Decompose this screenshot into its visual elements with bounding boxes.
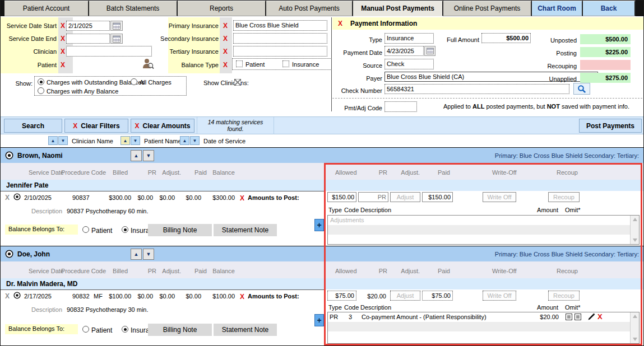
tab-online-post-payments[interactable]: Online Post Payments (443, 1, 532, 16)
check-number-input[interactable] (384, 84, 569, 94)
pmt-adj-code-dropdown[interactable] (384, 101, 417, 112)
belongs-insurance-radio[interactable] (122, 226, 128, 233)
scrollbar[interactable] (630, 312, 639, 343)
scrollbar[interactable] (630, 216, 639, 244)
recoup-button[interactable]: Recoup (548, 192, 580, 202)
post-payments-button[interactable]: Post Payments (579, 119, 642, 133)
show-all-charges-radio[interactable] (131, 78, 137, 85)
primary-insurance-dropdown[interactable]: Blue Cross Blue Shield (233, 20, 327, 31)
search-button[interactable]: Search (4, 119, 62, 133)
pr-input[interactable] (358, 192, 388, 202)
tab-chart-room[interactable]: Chart Room (532, 1, 583, 16)
payment-date-input[interactable] (384, 46, 424, 56)
sort-patient-asc-button[interactable]: ▲ (121, 136, 130, 145)
move-up-button[interactable]: ▲ (131, 150, 142, 161)
allowed-input[interactable] (327, 291, 356, 301)
add-adjustment-button[interactable]: + (314, 314, 324, 326)
clear-service-date-end-x[interactable]: X (61, 35, 65, 42)
billing-note-button[interactable]: Billing Note (148, 224, 212, 236)
tab-reports[interactable]: Reports (178, 1, 266, 16)
adjustment-row[interactable]: PR 3 Co-payment Amount - (Patient Respon… (328, 312, 639, 322)
omit-checkbox[interactable] (574, 314, 581, 320)
payment-type-dropdown[interactable]: Insurance (384, 33, 434, 44)
calendar-icon[interactable] (110, 21, 123, 31)
clear-patient-x[interactable]: X (61, 62, 65, 68)
paid-amount: $0.00 (180, 293, 201, 300)
sort-date-desc-button[interactable]: ▼ (190, 136, 200, 145)
eye-icon[interactable] (13, 292, 21, 300)
tab-patient-account[interactable]: Patient Account (4, 1, 89, 16)
eye-icon[interactable] (5, 151, 13, 161)
remove-service-x[interactable]: X (5, 292, 10, 300)
billing-note-button[interactable]: Billing Note (148, 324, 212, 336)
eye-icon[interactable] (13, 193, 21, 202)
adjust-button[interactable]: Adjust (390, 291, 420, 301)
show-any-balance-radio[interactable] (38, 87, 44, 94)
belongs-patient-radio[interactable] (82, 226, 89, 233)
tab-manual-post-payments[interactable]: Manual Post Payments (353, 1, 443, 16)
move-down-button[interactable]: ▼ (143, 249, 154, 260)
statement-note-button[interactable]: Statement Note (214, 224, 277, 236)
clear-payment-info-x[interactable]: X (338, 20, 342, 27)
clear-clinician-x[interactable]: X (61, 48, 65, 55)
scroll-up-icon[interactable] (633, 315, 637, 318)
balance-amount: $100.00 (207, 293, 235, 300)
statement-note-button[interactable]: Statement Note (214, 324, 277, 336)
paid-input[interactable] (422, 192, 453, 202)
clear-secondary-insurance-x[interactable]: X (223, 35, 228, 42)
adjustments-list[interactable]: Adjustments (327, 215, 640, 245)
clear-balance-type-x[interactable]: X (223, 62, 228, 68)
sort-patient-desc-button[interactable]: ▼ (131, 136, 140, 145)
scroll-down-icon[interactable] (633, 239, 637, 242)
adjustments-list[interactable]: PR 3 Co-payment Amount - (Patient Respon… (327, 312, 640, 344)
clear-service-date-start-x[interactable]: X (61, 22, 65, 29)
clear-primary-insurance-x[interactable]: X (223, 22, 228, 29)
scroll-up-icon[interactable] (633, 218, 637, 221)
paid-input[interactable] (422, 291, 453, 301)
add-adjustment-button[interactable]: + (314, 219, 324, 231)
move-up-button[interactable]: ▲ (131, 249, 142, 260)
show-outstanding-radio[interactable] (38, 78, 44, 85)
service-date-end-label: Service Date End (1, 34, 57, 44)
check-search-button[interactable] (573, 83, 590, 95)
col-post-paid: Paid (432, 169, 450, 176)
sort-clinician-desc-button[interactable]: ▼ (58, 136, 68, 145)
secondary-insurance-dropdown[interactable] (233, 33, 327, 44)
patient-search-icon[interactable] (142, 58, 154, 71)
calendar-icon[interactable] (424, 46, 435, 56)
remove-service-x[interactable]: X (5, 194, 10, 202)
tab-batch-statements[interactable]: Batch Statements (89, 1, 178, 16)
tertiary-insurance-dropdown[interactable] (233, 46, 327, 57)
belongs-patient-radio[interactable] (82, 326, 89, 333)
service-date-end-input[interactable] (66, 34, 110, 44)
eye-icon[interactable] (5, 250, 13, 259)
sort-clinician-asc-button[interactable]: ▲ (48, 136, 58, 145)
sort-date-asc-button[interactable]: ▲ (180, 136, 189, 145)
clinician-dropdown[interactable] (66, 46, 152, 57)
delete-adjustment-x[interactable]: X (597, 314, 603, 320)
tab-auto-post-payments[interactable]: Auto Post Payments (266, 1, 353, 16)
scroll-down-icon[interactable] (633, 338, 637, 341)
clear-tertiary-insurance-x[interactable]: X (223, 48, 228, 55)
balance-type-insurance-checkbox[interactable] (282, 60, 289, 67)
belongs-insurance-radio[interactable] (122, 326, 128, 333)
source-label: Source (314, 60, 382, 71)
balance-type-patient-checkbox[interactable] (236, 60, 243, 67)
allowed-input[interactable] (327, 192, 356, 202)
clear-filters-button[interactable]: XClear Filters (64, 119, 128, 133)
tab-back[interactable]: Back (583, 1, 636, 16)
calendar-icon[interactable] (110, 34, 123, 44)
recoup-button[interactable]: Recoup (548, 291, 580, 301)
unposted-label: Unposted (522, 35, 577, 45)
write-off-button[interactable]: Write Off (483, 192, 516, 202)
write-off-button[interactable]: Write Off (483, 291, 516, 301)
move-down-button[interactable]: ▼ (143, 150, 154, 161)
clear-amounts-button[interactable]: XClear Amounts (131, 119, 194, 133)
clear-amounts-to-post-x[interactable]: X (240, 293, 244, 300)
source-dropdown[interactable]: Check (384, 59, 434, 69)
adjust-button[interactable]: Adjust (390, 192, 420, 202)
service-date-start-input[interactable] (66, 21, 110, 31)
clear-amounts-to-post-x[interactable]: X (240, 195, 244, 202)
show-clinicians-checkbox[interactable] (234, 79, 241, 86)
omit-checkbox[interactable] (566, 314, 572, 320)
